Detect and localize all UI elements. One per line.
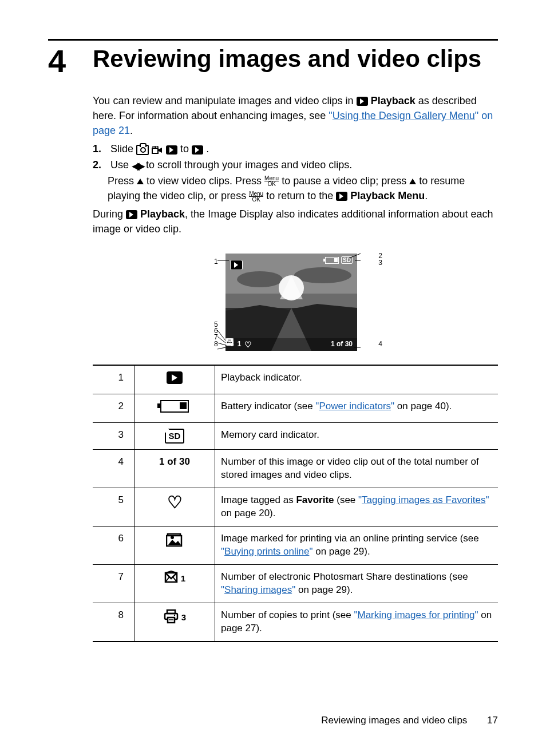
text: You can review and manipulate images and… — [93, 95, 357, 106]
camera-icon — [136, 145, 149, 155]
text: on page 29). — [312, 546, 370, 557]
svg-point-5 — [237, 271, 283, 287]
page: 4 Reviewing images and video clips You c… — [0, 0, 546, 756]
playback-icon — [357, 97, 368, 106]
svg-rect-0 — [152, 148, 158, 153]
text: Use — [110, 159, 132, 171]
table-row: 3 SD Memory card indicator. — [93, 422, 498, 449]
text: to view video clips. Press — [147, 175, 264, 187]
table-row: 7 1 Number of electronic Photosmart Shar… — [93, 564, 498, 603]
text: Image marked for printing via an online … — [221, 533, 479, 544]
table-row: 6 Image marked for printing via an onlin… — [93, 526, 498, 564]
row-icon-cell: 1 — [134, 564, 215, 603]
favorite-icon: ♡ — [167, 493, 183, 512]
link-tagging-favorites[interactable]: Tagging images as Favorites — [362, 494, 485, 505]
text: on page 20). — [221, 508, 275, 518]
callout-3: 3 — [378, 259, 382, 266]
table-row: 1 Playback indicator. — [93, 365, 498, 394]
text: During — [93, 208, 126, 220]
up-arrow-icon — [137, 179, 144, 184]
text: to — [180, 143, 192, 155]
callout-4: 4 — [378, 341, 382, 347]
playback-menu-label: Playback Menu — [350, 190, 425, 201]
page-number: 17 — [487, 715, 498, 726]
playback-icon — [192, 145, 203, 155]
table-row: 5 ♡ Image tagged as Favorite (see "Taggi… — [93, 488, 498, 527]
text: (see — [334, 494, 359, 505]
text: to return to the — [266, 190, 336, 201]
row-number: 4 — [93, 450, 134, 488]
quote: " — [485, 494, 489, 505]
svg-point-14 — [229, 341, 231, 342]
table-row: 2 Battery indicator (see "Power indicato… — [93, 394, 498, 422]
playback-icon — [230, 260, 243, 270]
ok-label: OK — [264, 181, 279, 187]
text: Image tagged as — [221, 494, 296, 505]
favorite-label: Favorite — [296, 494, 334, 505]
svg-rect-28 — [167, 610, 175, 613]
link-design-gallery[interactable]: Using the Design Gallery Menu — [333, 110, 475, 121]
rule-top — [48, 39, 498, 41]
favorite-icon: ♡ — [244, 339, 252, 350]
video-icon — [152, 146, 163, 154]
share-icon: 1 — [164, 571, 185, 584]
buy-print-icon — [166, 532, 183, 547]
copies-count: 3 — [181, 612, 186, 623]
text: . — [425, 190, 428, 201]
table-row: 8 3 Number of copies to print (see "Mark… — [93, 603, 498, 641]
chapter-heading: 4 Reviewing images and video clips — [48, 45, 498, 77]
step-number: 1. — [93, 141, 108, 156]
display-screen: SD 3 1 ♡ 1 of 30 — [225, 254, 357, 351]
link-sharing-images[interactable]: Sharing images — [224, 584, 292, 595]
overlay-top-right: SD — [325, 256, 353, 264]
playback-label: Playback — [140, 208, 185, 220]
row-desc: Image marked for printing via an online … — [215, 526, 498, 564]
footer-title: Reviewing images and video clips — [321, 715, 467, 726]
row-desc: Playback indicator. — [215, 365, 498, 394]
row-number: 8 — [93, 603, 134, 641]
share-count: 1 — [181, 573, 185, 584]
menu-ok-icon: MenuOK — [264, 176, 279, 187]
row-icon-cell: 3 — [134, 603, 215, 641]
text: Slide — [110, 143, 136, 155]
callout-1: 1 — [214, 258, 218, 265]
svg-point-31 — [174, 614, 175, 615]
text: Press — [108, 175, 137, 187]
up-arrow-icon — [409, 179, 416, 184]
row-icon-cell: 1 of 30 — [134, 450, 215, 488]
row-desc: Memory card indicator. — [215, 422, 498, 449]
content: You can review and manipulate images and… — [93, 93, 498, 642]
link-marking-printing[interactable]: Marking images for printing — [358, 609, 475, 620]
text: Playback indicator. — [221, 372, 302, 383]
svg-line-19 — [217, 330, 225, 341]
row-icon-cell: ♡ — [134, 488, 215, 527]
svg-point-1 — [153, 146, 155, 148]
svg-point-2 — [156, 146, 158, 148]
row-number: 1 — [93, 365, 134, 394]
image-count: 1 of 30 — [331, 339, 353, 349]
row-number: 7 — [93, 564, 134, 603]
menu-label: Menu — [249, 191, 263, 197]
svg-point-25 — [171, 536, 174, 539]
playback-icon — [166, 145, 177, 155]
row-desc: Number of this image or video clip out o… — [215, 450, 498, 488]
row-icon-cell — [134, 526, 215, 564]
battery-icon — [160, 400, 189, 413]
text: Number of copies to print (see — [221, 609, 354, 620]
menu-ok-icon: MenuOK — [249, 191, 263, 202]
link-buying-prints[interactable]: Buying prints online — [224, 546, 309, 557]
page-footer: Reviewing images and video clips 17 — [321, 715, 498, 726]
print-icon: 3 — [163, 609, 186, 624]
display-illustration: SD 3 1 ♡ 1 of 30 1 2 3 4 5 6 7 8 — [209, 254, 381, 351]
svg-line-21 — [217, 343, 225, 345]
dot: . — [130, 125, 133, 136]
playback-icon — [126, 210, 137, 219]
playback-label: Playback — [371, 95, 416, 106]
link-power-indicators[interactable]: Power indicators — [319, 401, 391, 411]
row-number: 5 — [93, 488, 134, 527]
svg-point-6 — [294, 267, 351, 283]
row-desc: Number of electronic Photosmart Share de… — [215, 564, 498, 603]
intro-paragraph: You can review and manipulate images and… — [93, 93, 498, 138]
steps-list: 1. Slide to . 2. Use ◀▶ to scroll throug… — [93, 141, 498, 203]
playback-icon — [336, 192, 347, 201]
